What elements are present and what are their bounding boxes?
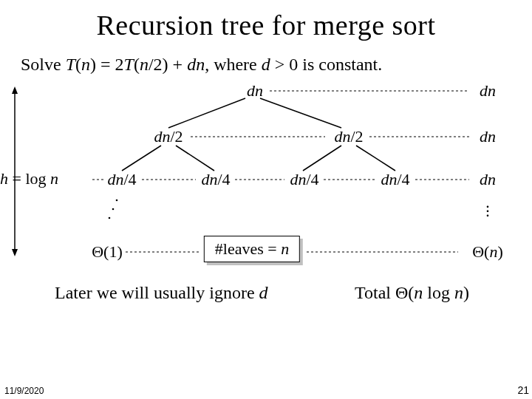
eq-lp2: (	[134, 55, 140, 74]
total-label: Total Θ(n log n)	[355, 283, 469, 303]
svg-point-21	[109, 217, 111, 219]
svg-line-4	[260, 98, 341, 128]
eq-T2: T	[124, 55, 134, 74]
l2r-s: /2	[350, 127, 363, 146]
l33-d: d	[290, 170, 298, 188]
eq-pre: Solve	[21, 55, 66, 74]
root-d: d	[247, 81, 255, 100]
tot-n2: n	[454, 283, 463, 302]
later-t: Later we will usually ignore	[55, 283, 259, 302]
tree-stage: h = log n dn dn/2 dn/2 dn/4 dn/4 dn/4 dn…	[0, 75, 532, 326]
l34-d: d	[381, 170, 389, 188]
svg-line-8	[356, 146, 395, 171]
height-label: h = log n	[0, 169, 58, 188]
h-eq: = log	[8, 169, 50, 188]
footer-page: 21	[517, 384, 529, 396]
h-var: h	[0, 169, 8, 188]
eq-d: d	[187, 55, 196, 74]
l31-s: /4	[123, 170, 136, 188]
svg-line-7	[303, 146, 341, 171]
node-l3-1: dn/4	[107, 170, 136, 189]
l31-d: d	[107, 170, 115, 188]
eq-T: T	[66, 55, 75, 74]
l32-d: d	[201, 170, 209, 188]
eq-dn-n: n	[196, 55, 205, 74]
sum-row3: dn	[480, 170, 496, 189]
svg-point-19	[116, 200, 118, 202]
eq-lp: (	[75, 55, 81, 74]
eq-rp: ) = 2	[90, 55, 124, 74]
l33-s: /4	[306, 170, 318, 188]
l32-s: /4	[217, 170, 230, 188]
l2l-s: /2	[170, 127, 183, 146]
s1d: d	[480, 81, 488, 100]
tot-pre: Total Θ(	[355, 283, 414, 302]
tot-n1: n	[414, 283, 423, 302]
node-root: dn	[247, 81, 263, 100]
leaves-box: #leaves = n	[207, 239, 303, 265]
footer-date: 11/9/2020	[4, 386, 44, 396]
s2n: n	[488, 127, 496, 146]
sum-row2: dn	[480, 127, 496, 146]
svg-line-3	[168, 98, 245, 128]
sum-theta-n: Θ(n)	[472, 242, 503, 262]
l31-n: n	[115, 170, 123, 188]
svg-point-20	[112, 208, 115, 211]
recurrence-equation: Solve T(n) = 2T(n/2) + dn, where d > 0 i…	[21, 55, 532, 75]
tot-mid: log	[423, 283, 454, 302]
slide-title: Recursion tree for merge sort	[0, 9, 532, 41]
leaves-pre: #leaves =	[215, 239, 281, 258]
eq-post: , where	[205, 55, 262, 74]
eq-n2: n	[140, 55, 149, 74]
svg-marker-1	[12, 86, 18, 94]
eq-over2: /2) +	[149, 55, 187, 74]
later-d: d	[259, 283, 268, 302]
leaves-n: n	[281, 239, 289, 258]
node-l2-left: dn/2	[154, 127, 183, 146]
l2l-n: n	[162, 127, 170, 146]
l33-n: n	[298, 170, 306, 188]
node-l2-right: dn/2	[334, 127, 363, 146]
sNn: n	[489, 242, 497, 261]
svg-marker-2	[12, 249, 18, 256]
eq-n: n	[81, 55, 90, 74]
root-n: n	[255, 81, 263, 100]
sum-vdots: ...	[485, 200, 490, 214]
s2d: d	[480, 127, 488, 146]
l34-s: /4	[397, 170, 409, 188]
svg-line-6	[176, 146, 214, 171]
l2r-d: d	[334, 127, 342, 146]
node-theta1: Θ(1)	[92, 242, 123, 262]
node-l3-3: dn/4	[290, 170, 318, 189]
sNp: Θ(	[472, 242, 489, 261]
l34-n: n	[389, 170, 397, 188]
leaves-box-inner: #leaves = n	[204, 236, 300, 262]
later-note: Later we will usually ignore d	[55, 283, 268, 303]
node-l3-4: dn/4	[381, 170, 409, 189]
tot-post: )	[463, 283, 469, 302]
h-n: n	[50, 169, 58, 188]
s3d: d	[480, 170, 488, 188]
eq-gt: > 0 is constant.	[270, 55, 383, 74]
svg-line-5	[122, 146, 161, 171]
node-l3-2: dn/4	[201, 170, 230, 189]
s1n: n	[488, 81, 496, 100]
l2r-n: n	[342, 127, 350, 146]
l2l-d: d	[154, 127, 162, 146]
l32-n: n	[209, 170, 217, 188]
sum-row1: dn	[480, 81, 496, 100]
eq-d2: d	[262, 55, 270, 74]
s3n: n	[488, 170, 496, 188]
sNc: )	[497, 242, 502, 261]
